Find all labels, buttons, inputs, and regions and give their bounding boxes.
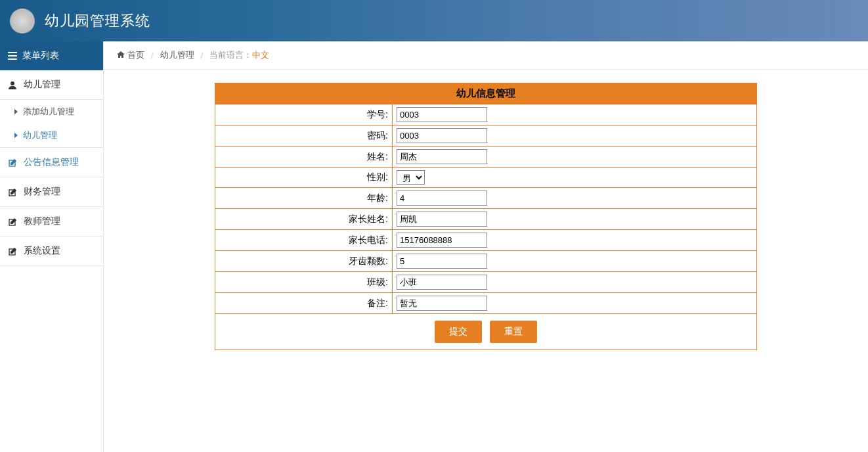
label-teeth: 牙齿颗数: — [215, 251, 393, 272]
label-remark: 备注: — [215, 293, 393, 314]
sidebar-item-teacher[interactable]: 教师管理 — [0, 207, 103, 237]
breadcrumb-current[interactable]: 幼儿管理 — [160, 49, 194, 61]
breadcrumb: 首页 / 幼儿管理 / 当前语言：中文 — [104, 41, 868, 70]
form-title: 幼儿信息管理 — [215, 83, 757, 104]
form-table: 幼儿信息管理 学号: 密码: 姓名: 性别: 男 — [215, 83, 757, 350]
label-gender: 性别: — [215, 168, 393, 188]
sidebar-subitem-label: 幼儿管理 — [23, 129, 57, 141]
input-remark[interactable] — [397, 296, 487, 311]
sidebar-item-finance[interactable]: 财务管理 — [0, 177, 103, 207]
edit-icon — [8, 217, 17, 226]
submit-button[interactable]: 提交 — [435, 321, 482, 343]
edit-icon — [8, 158, 17, 167]
edit-icon — [8, 247, 17, 256]
app-header: 幼儿园管理系统 — [0, 0, 868, 41]
input-parent-name[interactable] — [397, 212, 487, 227]
breadcrumb-home-label: 首页 — [127, 49, 144, 61]
menu-header-label: 菜单列表 — [22, 50, 59, 62]
input-password[interactable] — [397, 128, 487, 143]
sidebar-item-label: 教师管理 — [24, 215, 60, 227]
svg-point-0 — [11, 81, 14, 85]
content-area: 首页 / 幼儿管理 / 当前语言：中文 幼儿信息管理 学号: 密码: — [104, 41, 868, 452]
label-parent-phone: 家长电话: — [215, 230, 393, 251]
sidebar-item-label: 财务管理 — [24, 186, 60, 198]
sidebar-item-children[interactable]: 幼儿管理 — [0, 70, 103, 100]
label-password: 密码: — [215, 125, 393, 147]
home-icon — [117, 51, 125, 60]
label-class: 班级: — [215, 272, 393, 293]
breadcrumb-lang: 当前语言：中文 — [209, 49, 269, 61]
breadcrumb-sep: / — [151, 51, 154, 60]
sidebar-item-label: 公告信息管理 — [24, 156, 79, 168]
caret-right-icon — [14, 109, 18, 114]
sidebar-item-label: 系统设置 — [24, 245, 60, 257]
breadcrumb-home[interactable]: 首页 — [117, 49, 144, 61]
label-parent-name: 家长姓名: — [215, 209, 393, 230]
label-student-no: 学号: — [215, 104, 393, 125]
select-gender[interactable]: 男 女 — [397, 170, 425, 185]
input-name[interactable] — [397, 149, 487, 164]
sidebar-item-label: 幼儿管理 — [24, 79, 60, 91]
sidebar-subitem-add-child[interactable]: 添加幼儿管理 — [0, 100, 103, 124]
sidebar-item-announcement[interactable]: 公告信息管理 — [0, 147, 103, 177]
sidebar-subitem-label: 添加幼儿管理 — [23, 106, 74, 118]
breadcrumb-lang-value[interactable]: 中文 — [252, 50, 269, 60]
input-parent-phone[interactable] — [397, 233, 487, 248]
input-age[interactable] — [397, 191, 487, 206]
sidebar-subitem-children[interactable]: 幼儿管理 — [0, 124, 103, 147]
caret-right-icon — [14, 133, 18, 138]
reset-button[interactable]: 重置 — [490, 321, 537, 343]
sidebar-item-settings[interactable]: 系统设置 — [0, 237, 103, 266]
menu-header: 菜单列表 — [0, 41, 103, 70]
label-name: 姓名: — [215, 147, 393, 168]
menu-icon — [8, 52, 17, 60]
label-age: 年龄: — [215, 188, 393, 209]
breadcrumb-lang-label: 当前语言： — [209, 50, 252, 60]
input-student-no[interactable] — [397, 107, 487, 122]
input-teeth[interactable] — [397, 254, 487, 269]
breadcrumb-sep: / — [201, 51, 204, 60]
edit-icon — [8, 188, 17, 196]
avatar[interactable] — [10, 9, 35, 34]
app-title: 幼儿园管理系统 — [45, 11, 150, 31]
sidebar: 菜单列表 幼儿管理 添加幼儿管理 幼儿管理 公告信息管理 财务管理 — [0, 41, 104, 452]
user-icon — [8, 81, 17, 89]
input-class[interactable] — [397, 275, 487, 290]
